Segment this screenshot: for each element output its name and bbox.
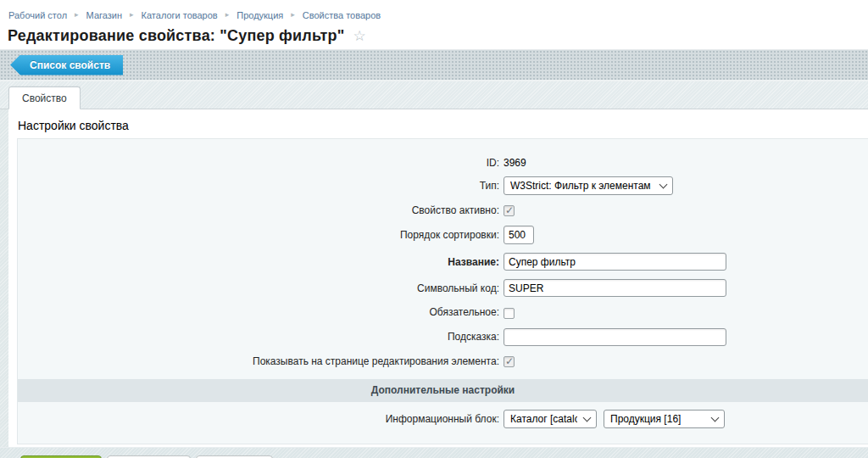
tab-strip: Свойство xyxy=(0,81,868,109)
form-row-iblock: Информационный блок: Каталог [catalog] П… xyxy=(18,402,868,432)
breadcrumb-arrow-icon xyxy=(291,11,295,19)
type-select[interactable]: W3Strict: Фильтр к элементам инфоблока xyxy=(504,176,673,195)
type-select-value: W3Strict: Фильтр к элементам инфоблока xyxy=(510,180,654,192)
required-checkbox[interactable] xyxy=(504,308,515,319)
form-row-show-on-edit: Показывать на странице редактирования эл… xyxy=(18,350,868,372)
form-row-id: ID: 3969 xyxy=(18,149,868,172)
toolbar: Список свойств xyxy=(0,49,868,80)
form-row-active: Свойство активно: xyxy=(18,199,868,221)
content-panel: Настройки свойства ID: 3969 Тип: W3Stric… xyxy=(8,109,868,447)
breadcrumb-item-shop[interactable]: Магазин xyxy=(86,10,122,20)
form-row-type: Тип: W3Strict: Фильтр к элементам инфобл… xyxy=(18,172,868,199)
property-list-button[interactable]: Список свойств xyxy=(10,55,123,75)
section-title: Настройки свойства xyxy=(18,119,868,132)
breadcrumb-item-products[interactable]: Продукция xyxy=(236,10,283,20)
active-label: Свойство активно: xyxy=(18,199,504,221)
breadcrumb-item-desktop[interactable]: Рабочий стол xyxy=(8,10,67,20)
show-on-edit-label: Показывать на странице редактирования эл… xyxy=(18,350,504,372)
name-label: Название: xyxy=(18,249,504,275)
breadcrumb: Рабочий стол Магазин Каталоги товаров Пр… xyxy=(0,0,868,22)
iblock-type-select-value: Каталог [catalog] xyxy=(510,413,577,425)
name-input[interactable] xyxy=(504,253,726,271)
chevron-down-icon xyxy=(711,414,720,422)
id-label: ID: xyxy=(18,149,504,172)
chevron-down-icon xyxy=(659,181,668,189)
iblock-select[interactable]: Продукция [16] xyxy=(604,410,725,428)
show-on-edit-checkbox[interactable] xyxy=(504,356,515,367)
id-value: 3969 xyxy=(504,149,868,172)
main-area: Настройки свойства ID: 3969 Тип: W3Stric… xyxy=(0,109,868,447)
additional-settings-header: Дополнительные настройки xyxy=(18,379,868,402)
form-row-code: Символьный код: xyxy=(18,275,868,301)
form-row-name: Название: xyxy=(18,249,868,275)
breadcrumb-arrow-icon xyxy=(75,11,79,19)
hint-input[interactable] xyxy=(504,328,726,346)
left-background-strip xyxy=(0,109,8,447)
code-label: Символьный код: xyxy=(18,275,504,301)
page-title: Редактирование свойства: "Супер фильтр" xyxy=(8,27,345,45)
title-row: Редактирование свойства: "Супер фильтр" xyxy=(0,22,868,49)
breadcrumb-arrow-icon xyxy=(225,11,230,19)
breadcrumb-item-catalogs[interactable]: Каталоги товаров xyxy=(142,10,218,20)
hint-label: Подсказка: xyxy=(18,324,504,350)
favorite-star-icon[interactable] xyxy=(353,29,366,43)
code-input[interactable] xyxy=(504,279,726,297)
breadcrumb-arrow-icon xyxy=(130,11,134,19)
iblock-type-select[interactable]: Каталог [catalog] xyxy=(504,410,597,428)
chevron-down-icon xyxy=(583,414,592,422)
form-row-hint: Подсказка: xyxy=(18,324,868,350)
iblock-label: Информационный блок: xyxy=(18,402,504,432)
tab-property[interactable]: Свойство xyxy=(8,87,81,109)
form-row-required: Обязательное: xyxy=(18,301,868,323)
sort-input[interactable] xyxy=(504,226,534,244)
property-settings-form: ID: 3969 Тип: W3Strict: Фильтр к элемент… xyxy=(17,138,868,444)
required-label: Обязательное: xyxy=(18,301,504,323)
type-label: Тип: xyxy=(18,172,504,199)
iblock-select-value: Продукция [16] xyxy=(610,413,681,425)
form-row-sort: Порядок сортировки: xyxy=(18,221,868,249)
active-checkbox[interactable] xyxy=(504,205,515,216)
sort-label: Порядок сортировки: xyxy=(18,221,504,249)
breadcrumb-item-properties[interactable]: Свойства товаров xyxy=(303,10,381,20)
